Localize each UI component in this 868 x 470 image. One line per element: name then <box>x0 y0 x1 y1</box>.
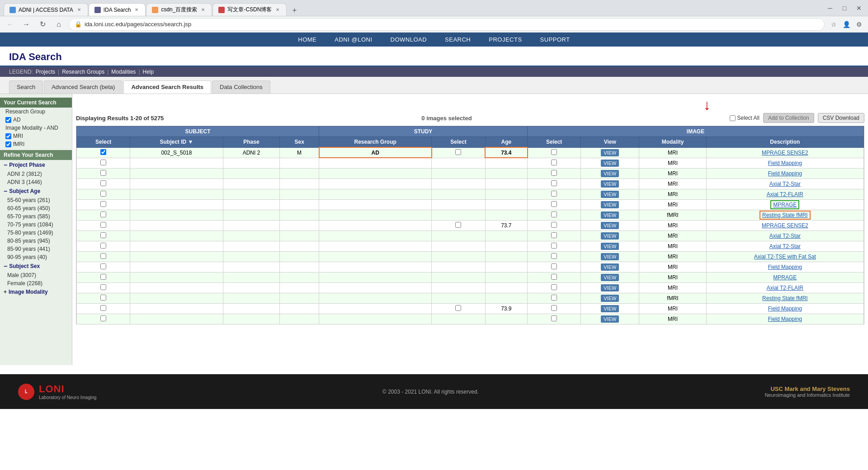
csv-download-button[interactable]: CSV Download <box>818 113 864 123</box>
subject-select-checkbox[interactable] <box>100 263 106 269</box>
image-select-checkbox[interactable] <box>551 180 557 186</box>
image-select-checkbox[interactable] <box>551 160 557 165</box>
sidebar-item-ad[interactable]: AD <box>0 116 72 124</box>
subject-select-checkbox[interactable] <box>100 253 106 259</box>
tab-search[interactable]: Search <box>9 80 43 94</box>
tab-advanced-search[interactable]: Advanced Search (beta) <box>44 80 123 94</box>
sidebar-filter-male[interactable]: Male (3007) <box>0 271 72 279</box>
nav-support[interactable]: SUPPORT <box>540 36 570 43</box>
view-button[interactable]: VIEW <box>601 305 619 312</box>
sidebar-filter-age-55-60[interactable]: 55-60 years (261) <box>0 196 72 204</box>
select-all-checkbox[interactable] <box>730 115 736 121</box>
description-link[interactable]: Resting State fMRI <box>760 211 811 220</box>
tab-ida-close[interactable]: ✕ <box>133 7 140 13</box>
tab-csdn2-close[interactable]: ✕ <box>274 7 281 13</box>
bookmark-icon[interactable]: ☆ <box>828 19 839 30</box>
subject-select-checkbox[interactable] <box>100 305 106 311</box>
nav-search[interactable]: SEARCH <box>445 36 471 43</box>
sidebar-filter-subject-sex[interactable]: − Subject Sex <box>0 261 72 271</box>
nav-download[interactable]: DOWNLOAD <box>391 36 427 43</box>
subject-select-checkbox[interactable] <box>100 232 106 238</box>
view-button[interactable]: VIEW <box>601 149 619 156</box>
description-link[interactable]: Axial T2-FLAIR <box>767 191 803 197</box>
tab-adni-close[interactable]: ✕ <box>76 7 82 13</box>
view-button[interactable]: VIEW <box>601 243 619 250</box>
legend-modalities[interactable]: Modalities <box>111 69 136 75</box>
description-link[interactable]: MPRAGE SENSE2 <box>762 150 808 156</box>
description-link[interactable]: Field Mapping <box>768 316 802 322</box>
description-link[interactable]: Resting State fMRI <box>762 295 808 301</box>
sidebar-filter-age-60-65[interactable]: 60-65 years (450) <box>0 204 72 212</box>
sidebar-filter-age-85-90[interactable]: 85-90 years (441) <box>0 245 72 253</box>
study-select-checkbox[interactable] <box>455 149 461 155</box>
sidebar-filter-adni2[interactable]: ADNI 2 (3812) <box>0 170 72 178</box>
sidebar-item-mri[interactable]: MRI <box>0 132 72 140</box>
view-button[interactable]: VIEW <box>601 170 619 177</box>
description-link[interactable]: MPRAGE <box>770 200 799 209</box>
image-select-checkbox[interactable] <box>551 243 557 249</box>
add-to-collection-button[interactable]: Add to Collection <box>763 113 814 123</box>
study-select-checkbox[interactable] <box>455 222 461 228</box>
nav-adni-loni[interactable]: ADNI @LONI <box>335 36 372 43</box>
maximize-button[interactable]: □ <box>839 3 850 14</box>
image-select-checkbox[interactable] <box>551 284 557 290</box>
back-button[interactable]: ← <box>4 18 16 31</box>
sidebar-filter-project-phase[interactable]: − Project Phase <box>0 160 72 170</box>
sidebar-filter-age-70-75[interactable]: 70-75 years (1084) <box>0 221 72 229</box>
nav-projects[interactable]: PROJECTS <box>489 36 522 43</box>
view-button[interactable]: VIEW <box>601 160 619 167</box>
description-link[interactable]: Field Mapping <box>768 170 802 177</box>
sidebar-filter-age-80-85[interactable]: 80-85 years (945) <box>0 237 72 245</box>
subject-select-checkbox[interactable] <box>100 274 106 280</box>
minimize-button[interactable]: ─ <box>825 3 835 14</box>
subject-select-checkbox[interactable] <box>100 170 106 176</box>
view-button[interactable]: VIEW <box>601 295 619 302</box>
tab-data-collections[interactable]: Data Collections <box>212 80 270 94</box>
view-button[interactable]: VIEW <box>601 222 619 229</box>
description-link[interactable]: Field Mapping <box>768 306 802 312</box>
sidebar-item-fmri[interactable]: fMRI <box>0 140 72 148</box>
select-all-label[interactable]: Select All <box>730 115 760 121</box>
tab-ida[interactable]: IDA Search ✕ <box>89 3 146 16</box>
view-button[interactable]: VIEW <box>601 274 619 281</box>
view-button[interactable]: VIEW <box>601 180 619 188</box>
image-select-checkbox[interactable] <box>551 232 557 238</box>
view-button[interactable]: VIEW <box>601 284 619 291</box>
view-button[interactable]: VIEW <box>601 253 619 260</box>
subject-select-checkbox[interactable] <box>100 191 106 197</box>
fmri-checkbox[interactable] <box>5 141 11 147</box>
legend-projects[interactable]: Projects <box>36 69 55 75</box>
view-button[interactable]: VIEW <box>601 263 619 271</box>
extensions-icon[interactable]: ⚙ <box>854 19 864 30</box>
description-link[interactable]: Field Mapping <box>768 160 802 166</box>
subject-select-checkbox[interactable] <box>100 284 106 290</box>
image-select-checkbox[interactable] <box>551 305 557 311</box>
home-button[interactable]: ⌂ <box>52 18 65 31</box>
sidebar-filter-female[interactable]: Female (2268) <box>0 279 72 287</box>
tab-csdn2[interactable]: 写文章-CSDN博客 ✕ <box>212 3 287 16</box>
description-link[interactable]: Axial T2-Star <box>769 233 801 239</box>
image-select-checkbox[interactable] <box>551 263 557 269</box>
image-select-checkbox[interactable] <box>551 315 557 321</box>
description-link[interactable]: Field Mapping <box>768 264 802 270</box>
ad-checkbox[interactable] <box>5 117 11 123</box>
tab-adni[interactable]: ADNI | ACCESS DATA ✕ <box>4 3 88 16</box>
tab-advanced-search-results[interactable]: Advanced Search Results <box>123 80 211 94</box>
subject-select-checkbox[interactable] <box>100 243 106 249</box>
view-button[interactable]: VIEW <box>601 191 619 198</box>
subject-select-checkbox[interactable] <box>100 149 106 155</box>
sidebar-filter-adni3[interactable]: ADNI 3 (1446) <box>0 178 72 186</box>
view-button[interactable]: VIEW <box>601 232 619 240</box>
view-button[interactable]: VIEW <box>601 201 619 208</box>
mri-checkbox[interactable] <box>5 133 11 139</box>
sidebar-filter-age-90-95[interactable]: 90-95 years (40) <box>0 253 72 261</box>
account-icon[interactable]: 👤 <box>841 19 852 30</box>
legend-research-groups[interactable]: Research Groups <box>62 69 104 75</box>
sidebar-filter-age-65-70[interactable]: 65-70 years (585) <box>0 212 72 221</box>
tab-csdn1[interactable]: csdn_百度搜索 ✕ <box>146 3 212 16</box>
view-button[interactable]: VIEW <box>601 315 619 323</box>
forward-button[interactable]: → <box>20 18 33 31</box>
sidebar-filter-age-75-80[interactable]: 75-80 years (1469) <box>0 229 72 237</box>
url-bar[interactable]: 🔒 ida.loni.usc.edu/pages/access/search.j… <box>69 18 825 31</box>
sidebar-filter-subject-age[interactable]: − Subject Age <box>0 186 72 196</box>
